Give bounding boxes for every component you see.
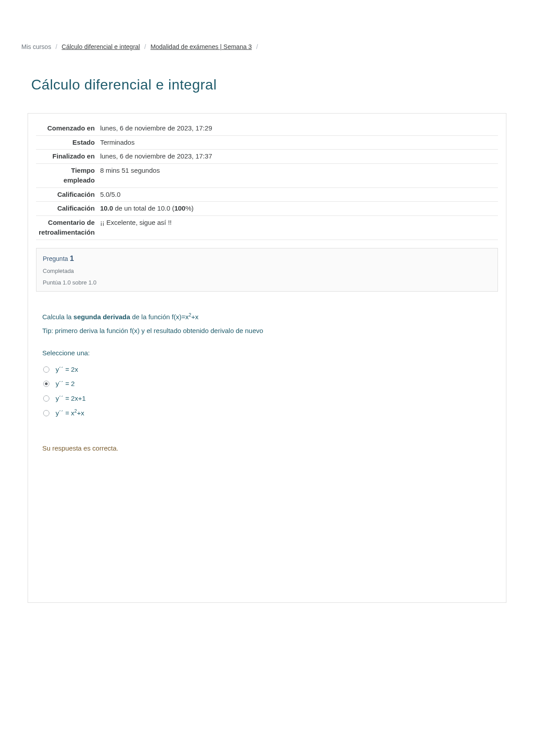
radio-icon[interactable] — [43, 410, 49, 416]
option-row[interactable]: y´´ = 2x+1 — [43, 394, 492, 404]
breadcrumb-sep: / — [144, 43, 146, 50]
summary-label: Comenzado en — [36, 122, 97, 135]
answer-feedback: Su respuesta es correcta. — [42, 443, 492, 454]
summary-label: Calificación — [36, 202, 97, 216]
summary-label: Comentario de retroalimentación — [36, 215, 97, 240]
table-row: Tiempo empleado 8 mins 51 segundos — [36, 163, 498, 187]
table-row: Estado Terminados — [36, 135, 498, 150]
quiz-box: Comenzado en lunes, 6 de noviembre de 20… — [28, 113, 506, 603]
breadcrumb-item-mis-cursos[interactable]: Mis cursos — [21, 43, 51, 50]
summary-value: lunes, 6 de noviembre de 2023, 17:29 — [97, 122, 498, 135]
question-label-prefix: Pregunta — [43, 255, 70, 262]
grade-pct: 100 — [174, 204, 186, 212]
table-row: Comenzado en lunes, 6 de noviembre de 20… — [36, 122, 498, 135]
option-text-pre: y´´ = x — [56, 409, 74, 417]
option-text-post: +x — [77, 409, 84, 417]
summary-label: Finalizado en — [36, 150, 97, 164]
grade-tail: %) — [186, 204, 194, 212]
question-number: 1 — [70, 254, 74, 263]
breadcrumb-item-semana[interactable]: Modalidad de exámenes | Semana 3 — [150, 43, 252, 50]
question-content: Calcula la segunda derivada de la funció… — [36, 312, 498, 453]
summary-table: Comenzado en lunes, 6 de noviembre de 20… — [36, 122, 498, 240]
options-list: y´´ = 2x y´´ = 2 y´´ = 2x+1 y´´ = x2+x — [43, 365, 492, 419]
question-tip: Tip: primero deriva la función f(x) y el… — [42, 326, 492, 336]
option-text: y´´ = 2x+1 — [56, 394, 86, 404]
summary-label: Estado — [36, 135, 97, 150]
summary-value: ¡¡ Excelente, sigue así !! — [97, 215, 498, 240]
table-row: Finalizado en lunes, 6 de noviembre de 2… — [36, 150, 498, 164]
breadcrumb-sep: / — [256, 43, 258, 50]
option-row[interactable]: y´´ = x2+x — [43, 408, 492, 419]
summary-value: 8 mins 51 segundos — [97, 163, 498, 187]
select-one-label: Seleccione una: — [42, 348, 492, 358]
grade-bold: 10.0 — [100, 204, 113, 212]
breadcrumb-sep: / — [56, 43, 57, 50]
summary-value: Terminados — [97, 135, 498, 150]
prompt-pre: Calcula la — [42, 313, 73, 321]
question-state: Completada — [43, 267, 491, 276]
question-score: Puntúa 1.0 sobre 1.0 — [43, 278, 491, 287]
page-title: Cálculo diferencial e integral — [31, 74, 503, 95]
summary-value: lunes, 6 de noviembre de 2023, 17:37 — [97, 150, 498, 164]
table-row: Calificación 10.0 de un total de 10.0 (1… — [36, 202, 498, 216]
radio-icon[interactable] — [43, 366, 49, 373]
table-row: Calificación 5.0/5.0 — [36, 187, 498, 202]
question-header: Pregunta 1 Completada Puntúa 1.0 sobre 1… — [36, 248, 498, 292]
summary-label: Tiempo empleado — [36, 163, 97, 187]
summary-label: Calificación — [36, 187, 97, 202]
question-label: Pregunta 1 — [43, 253, 491, 264]
option-row[interactable]: y´´ = 2x — [43, 365, 492, 375]
summary-value: 5.0/5.0 — [97, 187, 498, 202]
prompt-post: de la función f(x)=x — [130, 313, 189, 321]
breadcrumb-item-curso[interactable]: Cálculo diferencial e integral — [62, 43, 140, 50]
radio-icon[interactable] — [43, 395, 49, 402]
option-text: y´´ = 2 — [56, 379, 75, 389]
prompt-bold: segunda derivada — [73, 313, 130, 321]
summary-value-grade: 10.0 de un total de 10.0 (100%) — [97, 202, 498, 216]
page-title-wrap: Cálculo diferencial e integral — [0, 52, 534, 109]
option-text: y´´ = x2+x — [56, 408, 84, 419]
table-row: Comentario de retroalimentación ¡¡ Excel… — [36, 215, 498, 240]
grade-mid: de un total de 10.0 ( — [113, 204, 174, 212]
option-row[interactable]: y´´ = 2 — [43, 379, 492, 389]
breadcrumb: Mis cursos / Cálculo diferencial e integ… — [0, 0, 534, 52]
page-container: Mis cursos / Cálculo diferencial e integ… — [0, 0, 534, 756]
prompt-tail: +x — [191, 313, 198, 321]
question-prompt: Calcula la segunda derivada de la funció… — [42, 312, 492, 322]
option-text: y´´ = 2x — [56, 365, 78, 375]
radio-icon[interactable] — [43, 381, 49, 387]
